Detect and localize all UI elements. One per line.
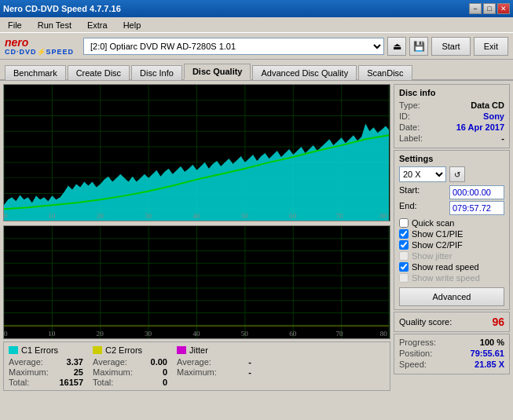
menu-run-test[interactable]: Run Test bbox=[33, 19, 76, 31]
tab-scan-disc[interactable]: ScanDisc bbox=[358, 65, 412, 80]
quick-scan-checkbox[interactable] bbox=[399, 218, 409, 228]
legend-c2: C2 Errors Average: 0.00 Maximum: 0 Total… bbox=[93, 345, 167, 387]
c2-max-label: Maximum: bbox=[93, 367, 136, 377]
save-button[interactable]: 💾 bbox=[409, 37, 428, 56]
quality-score-value: 96 bbox=[492, 316, 504, 328]
svg-rect-58 bbox=[4, 325, 389, 327]
svg-text:40: 40 bbox=[192, 330, 200, 338]
nero-logo: nero CD·DVD⚡SPEED bbox=[5, 37, 74, 56]
svg-text:60: 60 bbox=[289, 212, 297, 220]
speed-value: 21.85 X bbox=[475, 360, 504, 369]
jitter-max-value: - bbox=[220, 367, 251, 377]
title-bar: Nero CD-DVD Speed 4.7.7.16 − □ ✕ bbox=[0, 0, 513, 17]
type-value: Data CD bbox=[471, 100, 504, 110]
close-button[interactable]: ✕ bbox=[497, 3, 510, 14]
settings-refresh-button[interactable]: ↺ bbox=[449, 166, 465, 182]
id-value: Sony bbox=[483, 111, 504, 121]
jitter-color-indicator bbox=[177, 346, 186, 354]
tab-advanced-disc-quality[interactable]: Advanced Disc Quality bbox=[252, 65, 357, 80]
c1-average-label: Average: bbox=[9, 357, 52, 367]
svg-text:0: 0 bbox=[4, 330, 8, 338]
svg-text:70: 70 bbox=[335, 212, 343, 220]
tab-benchmark[interactable]: Benchmark bbox=[5, 65, 66, 80]
progress-panel: Progress: 100 % Position: 79:55.61 Speed… bbox=[394, 334, 510, 374]
disc-label-value: - bbox=[501, 133, 504, 143]
legend-jitter: Jitter Average: - Maximum: - bbox=[177, 345, 251, 377]
date-label: Date: bbox=[399, 122, 420, 132]
start-time-input[interactable] bbox=[449, 185, 504, 199]
progress-label: Progress: bbox=[399, 338, 436, 347]
show-c1-pie-checkbox[interactable] bbox=[399, 229, 409, 239]
show-jitter-checkbox[interactable] bbox=[399, 251, 409, 261]
tab-disc-quality[interactable]: Disc Quality bbox=[184, 64, 251, 80]
svg-text:70: 70 bbox=[335, 330, 343, 338]
menu-file[interactable]: File bbox=[3, 19, 27, 31]
advanced-button[interactable]: Advanced bbox=[399, 287, 504, 306]
speed-select[interactable]: 4 X8 X12 X16 X20 XMax bbox=[399, 166, 446, 182]
bottom-chart: 10 8 6 4 2 0 10 20 30 40 50 60 70 80 bbox=[3, 225, 390, 339]
svg-text:30: 30 bbox=[145, 330, 152, 338]
date-value: 16 Apr 2017 bbox=[456, 122, 504, 132]
eject-button[interactable]: ⏏ bbox=[387, 37, 406, 56]
menu-bar: File Run Test Extra Help bbox=[0, 17, 513, 33]
svg-text:20: 20 bbox=[97, 212, 104, 220]
show-c2-pif-checkbox[interactable] bbox=[399, 240, 409, 250]
start-button[interactable]: Start bbox=[431, 37, 470, 56]
c2-total-value: 0 bbox=[136, 378, 167, 387]
top-chart: 56 48 40 32 24 16 8 0 50 40 30 20 10 0 1… bbox=[3, 84, 390, 221]
settings-panel: Settings 4 X8 X12 X16 X20 XMax ↺ Start: … bbox=[394, 150, 510, 310]
svg-text:80: 80 bbox=[380, 330, 388, 338]
toolbar: nero CD·DVD⚡SPEED [2:0] Optiarc DVD RW A… bbox=[0, 33, 513, 60]
tab-create-disc[interactable]: Create Disc bbox=[68, 65, 130, 80]
quick-scan-label: Quick scan bbox=[412, 218, 454, 228]
c2-title: C2 Errors bbox=[105, 345, 142, 355]
c1-total-label: Total: bbox=[9, 378, 52, 387]
tab-bar: Benchmark Create Disc Disc Info Disc Qua… bbox=[0, 60, 513, 81]
disc-info-panel: Disc info Type: Data CD ID: Sony Date: 1… bbox=[394, 84, 510, 148]
menu-extra[interactable]: Extra bbox=[82, 19, 112, 31]
svg-text:10: 10 bbox=[48, 330, 56, 338]
c1-total-value: 16157 bbox=[52, 378, 83, 387]
right-panel: Disc info Type: Data CD ID: Sony Date: 1… bbox=[394, 84, 510, 416]
quality-score-label: Quality score: bbox=[399, 317, 452, 327]
c2-average-value: 0.00 bbox=[136, 357, 167, 367]
id-label: ID: bbox=[399, 111, 410, 121]
logo-nero: nero bbox=[5, 37, 28, 48]
tab-disc-info[interactable]: Disc Info bbox=[131, 65, 182, 80]
exit-button[interactable]: Exit bbox=[474, 37, 508, 56]
show-c1-pie-label: Show C1/PIE bbox=[412, 229, 463, 239]
minimize-button[interactable]: − bbox=[469, 3, 482, 14]
c1-title: C1 Errors bbox=[21, 345, 58, 355]
c2-color-indicator bbox=[93, 346, 102, 354]
show-write-speed-label: Show write speed bbox=[412, 273, 480, 283]
disc-info-title: Disc info bbox=[399, 88, 504, 97]
progress-value: 100 % bbox=[480, 338, 504, 347]
legend-area: C1 Errors Average: 3.37 Maximum: 25 Tota… bbox=[3, 341, 390, 391]
show-jitter-label: Show jitter bbox=[412, 251, 452, 261]
jitter-average-value: - bbox=[220, 357, 251, 367]
maximize-button[interactable]: □ bbox=[483, 3, 496, 14]
svg-text:50: 50 bbox=[241, 212, 249, 220]
svg-text:40: 40 bbox=[192, 212, 200, 220]
menu-help[interactable]: Help bbox=[119, 19, 146, 31]
logo-subtitle: CD·DVD⚡SPEED bbox=[5, 48, 74, 56]
speed-label: Speed: bbox=[399, 360, 427, 369]
app-title: Nero CD-DVD Speed 4.7.7.16 bbox=[3, 4, 121, 13]
drive-select[interactable]: [2:0] Optiarc DVD RW AD-7280S 1.01 bbox=[83, 38, 384, 55]
svg-text:10: 10 bbox=[48, 212, 56, 220]
disc-label-label: Label: bbox=[399, 133, 423, 143]
show-write-speed-checkbox[interactable] bbox=[399, 273, 409, 283]
c2-total-label: Total: bbox=[93, 378, 136, 387]
position-value: 79:55.61 bbox=[471, 349, 504, 358]
c1-max-value: 25 bbox=[52, 367, 83, 377]
c1-color-indicator bbox=[9, 346, 18, 354]
c1-max-label: Maximum: bbox=[9, 367, 52, 377]
jitter-title: Jitter bbox=[189, 345, 208, 355]
end-time-input[interactable] bbox=[449, 201, 504, 215]
type-label: Type: bbox=[399, 100, 420, 110]
show-read-speed-checkbox[interactable] bbox=[399, 262, 409, 272]
jitter-max-label: Maximum: bbox=[177, 367, 220, 377]
c1-average-value: 3.37 bbox=[52, 357, 83, 367]
svg-text:30: 30 bbox=[145, 212, 152, 220]
window-controls: − □ ✕ bbox=[469, 3, 510, 14]
